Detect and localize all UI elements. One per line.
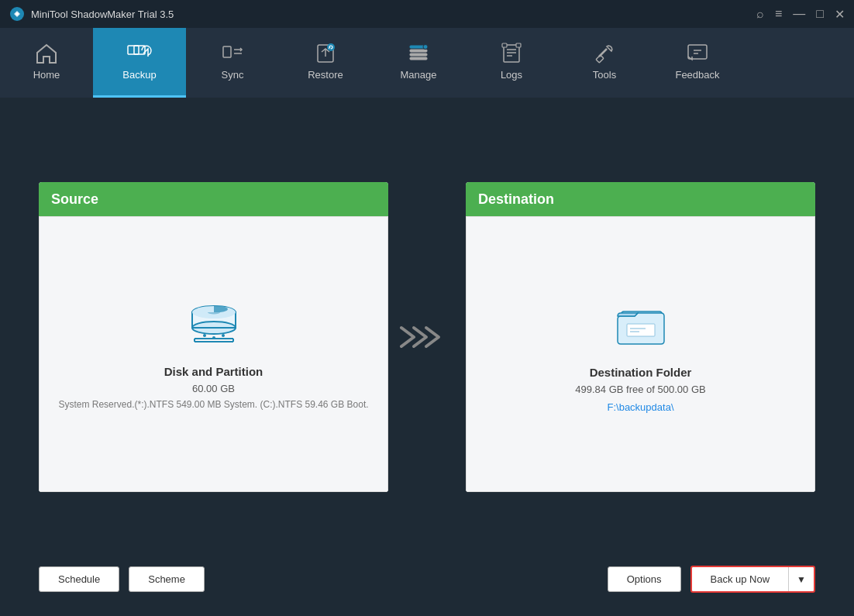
svg-rect-4	[223, 46, 231, 57]
main-content: Source	[0, 98, 854, 616]
nav-label-backup: Backup	[122, 69, 156, 81]
svg-point-11	[423, 45, 428, 50]
destination-card[interactable]: Destination	[466, 182, 815, 492]
bottom-toolbar: Schedule Scheme Options Back up Now ▼	[39, 553, 815, 601]
title-bar: MiniTool ShadowMaker Trial 3.5 ⌕ ≡ — □ ✕	[0, 0, 854, 28]
nav-item-feedback[interactable]: Feedback	[651, 28, 744, 98]
title-bar-left: MiniTool ShadowMaker Trial 3.5	[9, 6, 174, 22]
backup-now-button[interactable]: Back up Now	[692, 567, 789, 591]
destination-card-header: Destination	[466, 182, 815, 216]
nav-label-tools: Tools	[593, 69, 616, 81]
nav-label-restore: Restore	[308, 69, 343, 81]
svg-point-1	[15, 12, 19, 15]
manage-icon	[407, 43, 430, 64]
destination-header-label: Destination	[478, 191, 554, 208]
nav-label-manage: Manage	[401, 69, 437, 81]
nav-label-home: Home	[33, 69, 60, 81]
maximize-button[interactable]: □	[816, 7, 824, 21]
svg-rect-13	[502, 43, 507, 47]
nav-item-sync[interactable]: Sync	[186, 28, 279, 98]
destination-card-body[interactable]: Destination Folder 499.84 GB free of 500…	[466, 216, 815, 492]
bottom-left-buttons: Schedule Scheme	[39, 566, 205, 592]
destination-free-space: 499.84 GB free of 500.00 GB	[575, 384, 705, 395]
nav-item-logs[interactable]: Logs	[465, 28, 558, 98]
schedule-button[interactable]: Schedule	[39, 566, 119, 592]
nav-item-manage[interactable]: Manage	[372, 28, 465, 98]
tools-icon	[593, 43, 616, 64]
svg-point-6	[327, 43, 335, 51]
nav-label-sync: Sync	[222, 69, 244, 81]
nav-bar: Home Backup Sync	[0, 28, 854, 98]
backup-icon	[126, 43, 153, 64]
app-title: MiniTool ShadowMaker Trial 3.5	[31, 9, 174, 20]
nav-item-restore[interactable]: Restore	[279, 28, 372, 98]
source-card[interactable]: Source	[39, 182, 388, 492]
source-header-label: Source	[51, 191, 98, 208]
nav-item-backup[interactable]: Backup	[93, 28, 186, 98]
source-detail: System Reserved.(*:).NTFS 549.00 MB Syst…	[58, 397, 368, 412]
search-button[interactable]: ⌕	[756, 7, 764, 21]
source-title: Disk and Partition	[164, 365, 263, 378]
svg-point-22	[203, 334, 206, 337]
restore-icon	[314, 43, 337, 64]
source-card-wrapper: Source	[39, 182, 388, 492]
options-button[interactable]: Options	[608, 566, 681, 592]
cards-row: Source	[39, 121, 815, 553]
folder-icon-area	[610, 296, 672, 350]
disk-partition-icon	[183, 295, 245, 349]
forward-arrows	[400, 322, 454, 353]
destination-path: F:\backupdata\	[608, 401, 674, 413]
bottom-right-buttons: Options Back up Now ▼	[608, 566, 815, 593]
nav-label-feedback: Feedback	[675, 69, 719, 81]
svg-rect-10	[410, 57, 427, 60]
app-logo	[9, 6, 25, 22]
minimize-button[interactable]: —	[793, 7, 805, 21]
nav-item-tools[interactable]: Tools	[558, 28, 651, 98]
title-controls: ⌕ ≡ — □ ✕	[756, 7, 845, 22]
svg-point-24	[222, 334, 225, 337]
source-card-header: Source	[39, 182, 388, 216]
source-size: 60.00 GB	[192, 383, 235, 394]
backup-now-group: Back up Now ▼	[690, 566, 815, 593]
svg-rect-8	[410, 50, 427, 52]
source-card-body[interactable]: Disk and Partition 60.00 GB System Reser…	[39, 216, 388, 492]
scheme-button[interactable]: Scheme	[129, 566, 205, 592]
svg-rect-14	[516, 43, 521, 47]
close-button[interactable]: ✕	[835, 7, 845, 22]
logs-icon	[500, 43, 523, 64]
sync-icon	[221, 43, 244, 64]
disk-icon-area	[183, 295, 245, 349]
svg-rect-15	[596, 55, 604, 63]
home-icon	[35, 43, 58, 64]
feedback-icon	[686, 43, 709, 64]
svg-rect-30	[627, 324, 655, 336]
destination-title: Destination Folder	[590, 366, 692, 379]
folder-icon	[610, 296, 672, 350]
menu-button[interactable]: ≡	[775, 7, 782, 21]
nav-label-logs: Logs	[501, 69, 522, 81]
backup-now-dropdown-button[interactable]: ▼	[788, 567, 814, 591]
svg-rect-9	[410, 53, 427, 56]
destination-card-wrapper: Destination	[466, 182, 815, 492]
svg-rect-2	[128, 46, 139, 54]
nav-item-home[interactable]: Home	[0, 28, 93, 98]
svg-rect-16	[688, 45, 707, 59]
arrow-section	[388, 322, 466, 353]
